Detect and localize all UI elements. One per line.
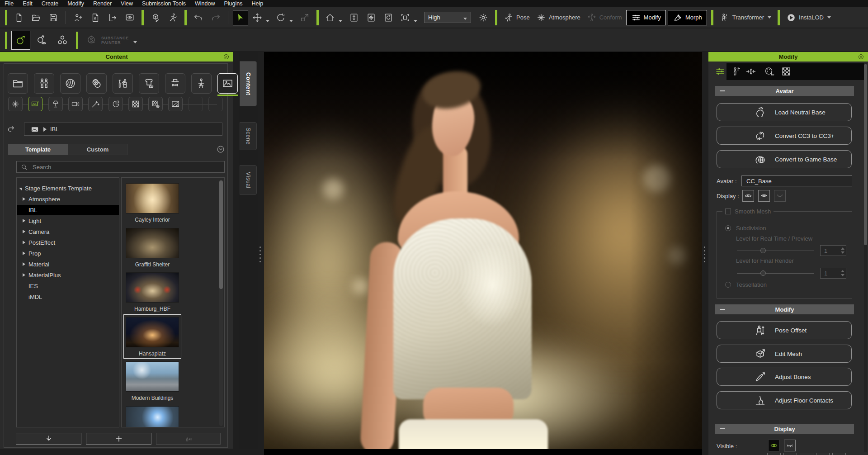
- smooth-mesh-checkbox[interactable]: [725, 209, 731, 214]
- modify-tab-attach[interactable]: [731, 66, 742, 77]
- subcategory-light[interactable]: [48, 97, 63, 111]
- close-icon[interactable]: [858, 53, 864, 60]
- spin-up-icon[interactable]: [841, 270, 844, 272]
- section-display[interactable]: Display: [715, 424, 854, 434]
- modify-tab-modify-settings[interactable]: [715, 66, 726, 77]
- collapsed-arrow-icon[interactable]: [23, 251, 25, 255]
- breadcrumb-back-icon[interactable]: [6, 124, 16, 134]
- section-avatar[interactable]: Avatar: [715, 86, 854, 96]
- category-stage[interactable]: [217, 73, 238, 94]
- tree-item-material[interactable]: Material: [17, 259, 119, 269]
- edit-mesh-button[interactable]: Edit Mesh: [717, 345, 852, 363]
- collapse-icon[interactable]: [720, 309, 725, 310]
- subcategory-prop[interactable]: [108, 97, 123, 111]
- lod-cubes-button[interactable]: [53, 31, 72, 50]
- subdivision-radio[interactable]: [725, 225, 731, 231]
- sun-button[interactable]: [476, 10, 491, 25]
- tree-item-atmosphere[interactable]: Atmosphere: [17, 194, 119, 204]
- sliders-button[interactable]: Modify: [626, 10, 666, 25]
- tab-template[interactable]: Template: [8, 144, 68, 155]
- tree-item-prop[interactable]: Prop: [17, 248, 119, 258]
- toggle-visible-off[interactable]: [784, 440, 796, 451]
- modify-scrollbar-thumb[interactable]: [864, 64, 867, 245]
- adjust-bones-button[interactable]: Adjust Bones: [717, 368, 852, 386]
- menu-help[interactable]: Help: [247, 0, 268, 7]
- thumbnail-hamburg_hbf[interactable]: [126, 272, 179, 303]
- tree-item-imdl[interactable]: iMDL: [17, 292, 119, 302]
- category-makeup[interactable]: [113, 73, 133, 94]
- collapsed-arrow-icon[interactable]: [23, 241, 25, 244]
- category-avatar[interactable]: [34, 73, 54, 94]
- category-hair[interactable]: [60, 73, 80, 94]
- redo-button[interactable]: [208, 10, 223, 25]
- thumbnail-scrollbar-thumb[interactable]: [219, 180, 223, 289]
- toggle-show-tongue[interactable]: [774, 190, 786, 202]
- subcategory-atmosphere[interactable]: [8, 97, 23, 111]
- side-tab-content[interactable]: Content: [240, 61, 257, 106]
- instalod-button[interactable]: InstaLOD: [784, 10, 833, 25]
- category-template[interactable]: [8, 73, 28, 94]
- atmosphere-button[interactable]: Atmosphere: [534, 10, 583, 25]
- section-modify[interactable]: Modify: [715, 304, 854, 314]
- convert-cc3-to-cc3--button[interactable]: Convert CC3 to CC3+: [717, 127, 852, 145]
- menu-create[interactable]: Create: [37, 0, 63, 7]
- category-cloth[interactable]: [139, 73, 159, 94]
- pose-button[interactable]: Pose: [501, 10, 532, 25]
- category-skin[interactable]: [86, 73, 107, 94]
- tree-item-materialplus[interactable]: MaterialPlus: [17, 270, 119, 280]
- expanded-arrow-icon[interactable]: [19, 188, 22, 190]
- collapsed-arrow-icon[interactable]: [23, 273, 25, 277]
- chevron-down-circle-icon[interactable]: [216, 145, 225, 154]
- collapsed-arrow-icon[interactable]: [23, 230, 25, 233]
- subcategory-camera[interactable]: [68, 97, 83, 111]
- side-tab-visual[interactable]: Visual: [240, 165, 257, 195]
- pack-content-button[interactable]: [156, 433, 221, 445]
- tree-item-ibl[interactable]: IBL: [17, 205, 119, 215]
- modify-tab-appearance[interactable]: [764, 66, 775, 77]
- spin-down-icon[interactable]: [841, 251, 844, 254]
- conform-button[interactable]: Conform: [585, 10, 624, 25]
- breadcrumb[interactable]: IBL: [24, 123, 222, 136]
- fit-all-button[interactable]: [363, 10, 379, 25]
- update-cube-button[interactable]: [148, 10, 163, 25]
- undo-button[interactable]: [191, 10, 206, 25]
- realtime-level-spinbox[interactable]: 1: [820, 245, 846, 256]
- orbit-button[interactable]: [381, 10, 396, 25]
- tessellation-radio[interactable]: [725, 282, 731, 288]
- save-button[interactable]: [46, 10, 61, 25]
- collapsed-arrow-icon[interactable]: [23, 197, 25, 201]
- render-level-slider[interactable]: [737, 273, 814, 274]
- tree-item-light[interactable]: Light: [17, 216, 119, 226]
- menu-view[interactable]: View: [116, 0, 137, 7]
- cursor-button[interactable]: [233, 10, 248, 25]
- file-new-button[interactable]: [11, 10, 27, 25]
- slider-handle[interactable]: [760, 248, 766, 253]
- render-preview-button[interactable]: [122, 10, 137, 25]
- subcategory-ibl[interactable]: [28, 97, 42, 111]
- thumbnail-cayley-interior[interactable]: [126, 183, 179, 213]
- close-icon[interactable]: [223, 53, 230, 60]
- subcategory-texture[interactable]: [128, 97, 143, 111]
- menu-modify[interactable]: Modify: [63, 0, 89, 7]
- thumbnail-hansaplatz[interactable]: [126, 317, 179, 347]
- pose-preview-button[interactable]: [32, 31, 51, 50]
- menu-submission-tools[interactable]: Submission Tools: [137, 0, 190, 7]
- motion-button[interactable]: [165, 10, 180, 25]
- category-accessory[interactable]: [165, 73, 185, 94]
- thumbnail-partial[interactable]: [126, 406, 179, 428]
- tree-item-stage-elements-template[interactable]: Stage Elements Template: [17, 183, 119, 193]
- viewport-3d[interactable]: [264, 52, 702, 449]
- menu-plugins[interactable]: Plugins: [219, 0, 247, 7]
- tree-item-camera[interactable]: Camera: [17, 227, 119, 237]
- avatar-name-field[interactable]: CC_Base: [741, 175, 852, 186]
- subcategory-posteffect[interactable]: [88, 97, 103, 111]
- toggle-show-teeth[interactable]: [758, 190, 770, 202]
- move-button[interactable]: [250, 10, 272, 25]
- rotate-button[interactable]: [274, 10, 295, 25]
- folder-open-button[interactable]: [28, 10, 44, 25]
- scale-button[interactable]: [297, 10, 312, 25]
- menu-window[interactable]: Window: [190, 0, 219, 7]
- frame-select-button[interactable]: [398, 10, 420, 25]
- panel-resize-handle[interactable]: [704, 246, 706, 262]
- category-prop[interactable]: [191, 73, 212, 94]
